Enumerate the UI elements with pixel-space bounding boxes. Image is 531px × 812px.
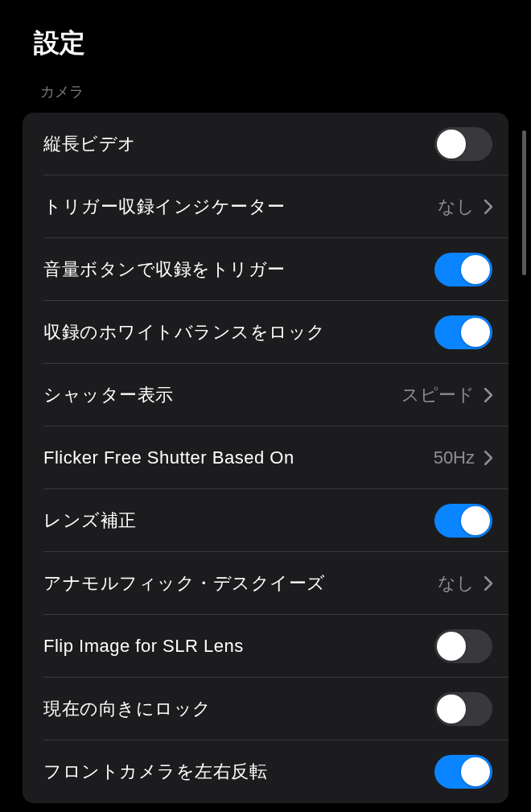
section-label-camera: カメラ (0, 76, 531, 113)
row-volume-trigger[interactable]: 音量ボタンで収録をトリガー (23, 238, 508, 301)
row-label: レンズ補正 (43, 509, 137, 533)
toggle-volume-trigger[interactable] (434, 253, 492, 286)
toggle-orientation-lock[interactable] (434, 692, 492, 726)
page-title: 設定 (34, 26, 531, 61)
toggle-flip-slr[interactable] (434, 629, 492, 663)
row-shutter-display[interactable]: シャッター表示 スピード (23, 364, 508, 427)
row-label: Flip Image for SLR Lens (43, 636, 244, 657)
toggle-portrait-video[interactable] (434, 127, 492, 161)
row-right: スピード (401, 383, 492, 407)
chevron-right-icon (484, 200, 492, 214)
row-label: 縦長ビデオ (43, 132, 137, 156)
row-value: 50Hz (434, 447, 475, 468)
row-label: Flicker Free Shutter Based On (43, 447, 294, 468)
row-value: なし (438, 571, 475, 596)
row-label: トリガー収録インジケーター (43, 195, 286, 219)
chevron-right-icon (484, 576, 492, 591)
toggle-knob (461, 255, 490, 284)
row-value: スピード (401, 383, 475, 407)
row-label: 現在の向きにロック (43, 697, 212, 721)
row-right: なし (438, 571, 492, 596)
scroll-indicator[interactable] (522, 130, 526, 275)
settings-panel: 縦長ビデオ トリガー収録インジケーター なし 音量ボタンで収録をトリガー 収録の… (23, 113, 508, 803)
toggle-knob (461, 757, 490, 786)
row-whitebalance-lock[interactable]: 収録のホワイトバランスをロック (23, 301, 508, 364)
row-label: 収録のホワイトバランスをロック (43, 320, 326, 344)
row-right: なし (438, 195, 492, 219)
row-label: シャッター表示 (43, 383, 174, 407)
row-label: アナモルフィック・デスクイーズ (43, 571, 326, 596)
row-value: なし (438, 195, 475, 219)
row-flip-slr[interactable]: Flip Image for SLR Lens (23, 615, 508, 678)
toggle-front-mirror[interactable] (434, 755, 492, 789)
toggle-knob (437, 632, 466, 661)
toggle-knob (461, 318, 490, 347)
row-flicker-free[interactable]: Flicker Free Shutter Based On 50Hz (23, 427, 508, 489)
chevron-right-icon (484, 451, 492, 465)
chevron-right-icon (484, 388, 492, 402)
row-lens-correction[interactable]: レンズ補正 (23, 489, 508, 552)
row-front-mirror[interactable]: フロントカメラを左右反転 (23, 740, 508, 803)
row-portrait-video[interactable]: 縦長ビデオ (23, 113, 508, 175)
toggle-knob (437, 695, 466, 723)
row-orientation-lock[interactable]: 現在の向きにロック (23, 678, 508, 740)
row-label: フロントカメラを左右反転 (43, 760, 267, 784)
row-anamorphic[interactable]: アナモルフィック・デスクイーズ なし (23, 552, 508, 615)
toggle-lens-correction[interactable] (434, 504, 492, 538)
toggle-whitebalance-lock[interactable] (434, 315, 492, 349)
row-label: 音量ボタンで収録をトリガー (43, 258, 286, 282)
toggle-knob (461, 506, 490, 535)
row-right: 50Hz (434, 447, 492, 468)
row-trigger-indicator[interactable]: トリガー収録インジケーター なし (23, 175, 508, 238)
toggle-knob (437, 130, 466, 159)
header: 設定 (0, 0, 531, 76)
